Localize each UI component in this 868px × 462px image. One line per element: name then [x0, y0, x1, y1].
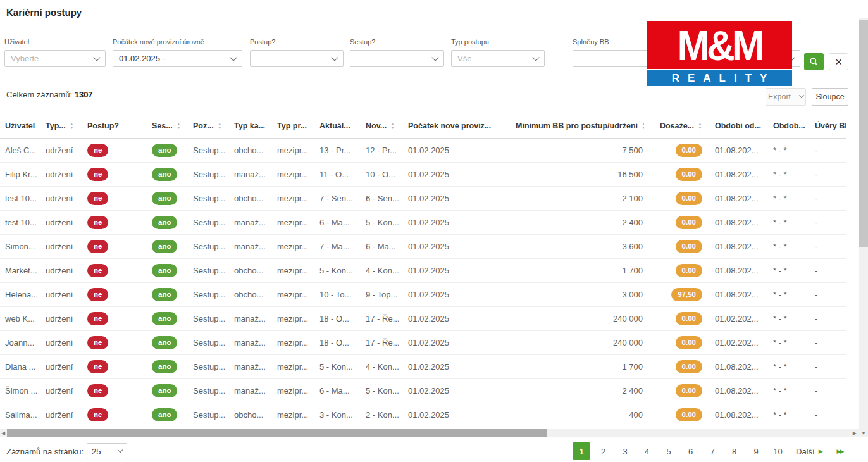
columns-button[interactable]: Sloupce [812, 88, 848, 106]
clear-filters-button[interactable]: × [829, 53, 848, 70]
cell-typ: udržení [40, 282, 82, 306]
cell-uvery-bb: - [805, 138, 846, 162]
search-button[interactable] [804, 53, 824, 70]
page-button-7[interactable]: 7 [704, 442, 721, 460]
sort-icon[interactable]: ▲▼ [177, 122, 181, 130]
cell-sestup: ano [147, 138, 188, 162]
col-header-pozice[interactable]: Poz...▲▼ [188, 114, 229, 138]
sort-icon[interactable]: ▲▼ [218, 122, 222, 130]
table-row: Salima...udrženíneanoSestup...obcho...me… [0, 403, 846, 427]
cell-pozice: Sestup... [188, 306, 229, 330]
page-button-4[interactable]: 4 [638, 442, 656, 460]
vertical-scrollbar-thumb[interactable] [859, 20, 868, 247]
cell-minimum-bb: 400 [511, 403, 644, 427]
page-button-3[interactable]: 3 [616, 442, 634, 460]
cell-nova: 10 - O... [361, 162, 403, 186]
sort-down-icon: ▼ [390, 126, 395, 130]
page-button-9[interactable]: 9 [747, 442, 765, 460]
cell-pocatek-nove-provize: 01.02.2025 [403, 162, 511, 186]
cell-nova: 17 - Ře... [361, 306, 403, 330]
filter-select-uzivatel[interactable]: Vyberte [4, 50, 106, 67]
sort-icon[interactable]: ▲▼ [642, 122, 644, 130]
col-header-sestup[interactable]: Ses...▲▼ [147, 114, 188, 138]
col-header-nova[interactable]: Nov...▲▼ [361, 114, 403, 138]
cell-pozice: Sestup... [188, 378, 229, 403]
cell-aktualni: 6 - Ma... [314, 378, 361, 403]
status-badge: ne [87, 360, 108, 373]
cell-dosazene: 97,50 [644, 282, 704, 306]
cell-pocatek-nove-provize: 01.02.2025 [403, 258, 511, 282]
page-button-6[interactable]: 6 [682, 442, 700, 460]
cell-typ-kariery: obcho... [229, 282, 272, 306]
cell-minimum-bb: 1 700 [511, 258, 644, 282]
cell-aktualni: 10 - To... [314, 282, 361, 306]
achieved-badge: 0.00 [676, 312, 702, 325]
col-header-label: Počátek nové proviz... [408, 122, 491, 130]
col-header-uzivatel: Uživatel [0, 114, 40, 138]
filter-select-postup[interactable] [250, 50, 344, 67]
cell-nova: 4 - Kon... [361, 258, 403, 282]
status-badge: ano [152, 336, 177, 349]
table-header-row: UživatelTyp...▲▼Postup?▲▼Ses...▲▼Poz...▲… [0, 114, 846, 138]
table-row: Joann...udrženíneanoSestup...manaž...mez… [0, 330, 846, 354]
cell-uzivatel: test 10... [0, 186, 40, 210]
cell-obdobi-do: * - * [762, 403, 805, 427]
cell-sestup: ano [147, 306, 188, 330]
cell-obdobi-do: * - * [762, 210, 805, 234]
sort-icon[interactable]: ▲▼ [70, 122, 74, 130]
page-button-10[interactable]: 10 [769, 442, 787, 460]
achieved-badge: 0.00 [676, 192, 702, 205]
cell-obdobi-do: * - * [762, 234, 805, 258]
cell-postup: ne [82, 234, 147, 258]
cell-pozice: Sestup... [188, 258, 229, 282]
filter-postup: Postup? [250, 38, 344, 67]
cell-postup: ne [82, 282, 147, 306]
cell-aktualni: 7 - Ma... [314, 234, 361, 258]
scroll-down-icon[interactable]: ▼ [861, 429, 866, 437]
horizontal-scrollbar-thumb[interactable] [7, 429, 547, 437]
vertical-scrollbar[interactable]: ▼ [859, 18, 868, 437]
page-button-8[interactable]: 8 [726, 442, 743, 460]
sort-down-icon: ▼ [698, 126, 702, 130]
col-header-dosazene[interactable]: Dosaže...▲▼ [644, 114, 704, 138]
page-button-5[interactable]: 5 [660, 442, 678, 460]
filter-select-typ-postupu[interactable]: Vše [451, 50, 545, 67]
col-header-typ[interactable]: Typ...▲▼ [40, 114, 82, 138]
cell-nova: 6 - Sen... [361, 186, 403, 210]
export-button[interactable]: Export [766, 88, 806, 106]
per-page-value: 25 [92, 447, 101, 456]
per-page-select[interactable]: 25 [87, 443, 127, 459]
sort-icon[interactable]: ▲▼ [390, 122, 395, 130]
cell-pozice: Sestup... [188, 282, 229, 306]
horizontal-scrollbar[interactable]: ◀ ▶ [0, 429, 859, 437]
sort-icon[interactable]: ▲▼ [698, 122, 702, 130]
col-header-postup[interactable]: Postup?▲▼ [82, 114, 147, 138]
scroll-left-icon[interactable]: ◀ [1, 429, 5, 437]
cell-obdobi-od: 01.08.202... [704, 354, 762, 378]
cell-aktualni: 18 - O... [314, 306, 361, 330]
page-button-2[interactable]: 2 [595, 442, 612, 460]
achieved-badge: 0.00 [676, 384, 702, 397]
col-header-label: Úvěry BB [815, 122, 846, 130]
achieved-badge: 97,50 [671, 288, 702, 301]
scroll-right-icon[interactable]: ▶ [853, 429, 857, 437]
cell-pocatek-nove-provize: 01.02.2025 [403, 138, 511, 162]
cell-aktualni: 18 - O... [314, 330, 361, 354]
status-badge: ne [87, 168, 108, 181]
page-button-1[interactable]: 1 [573, 442, 590, 460]
filter-sestup: Sestup? [350, 38, 444, 67]
col-header-minimum-bb[interactable]: Minimum BB pro postup/udržení▲▼ [511, 114, 644, 138]
cell-minimum-bb: 16 500 [511, 162, 644, 186]
chevron-down-icon [331, 54, 338, 61]
filter-select-sestup[interactable] [350, 50, 444, 67]
cell-uzivatel: Salima... [0, 403, 40, 427]
cell-uvery-bb: - [805, 403, 846, 427]
cell-sestup: ano [147, 186, 188, 210]
records-total: Celkem záznamů: 1307 [6, 90, 93, 99]
filter-select-pocatek-nove-provizni-urovne[interactable]: 01.02.2025 - [113, 50, 242, 67]
filter-label: Sestup? [350, 38, 444, 46]
last-page-button[interactable]: ▶▶ [837, 448, 843, 454]
status-badge: ne [87, 312, 108, 325]
next-page-button[interactable]: Další▶ [796, 447, 823, 456]
mm-reality-logo: M&M REALITY [647, 21, 792, 86]
